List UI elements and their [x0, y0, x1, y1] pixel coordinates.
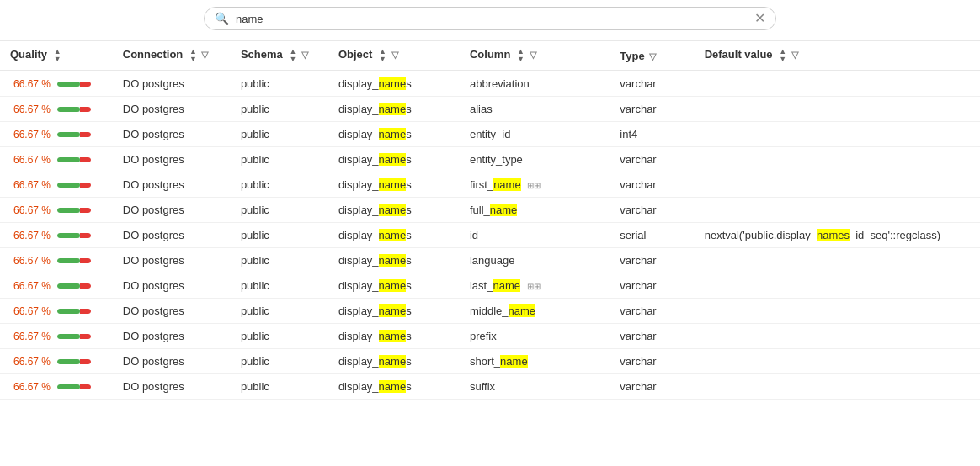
- quality-sort-icon[interactable]: ▲ ▼: [54, 48, 61, 63]
- quality-label: 66.67 %: [10, 331, 51, 342]
- connection-filter-icon[interactable]: ▽: [201, 50, 208, 60]
- default-value-cell: [695, 374, 980, 400]
- col-header-object[interactable]: Object ▲ ▼ ▽: [328, 41, 460, 71]
- type-cell: varchar: [610, 374, 694, 400]
- default-value-cell: [695, 273, 980, 299]
- object-highlight: name: [379, 279, 407, 292]
- column-tag-icon: ⊞⊞: [527, 282, 541, 291]
- connection-cell: DO postgres: [113, 349, 231, 374]
- object-filter-icon[interactable]: ▽: [391, 50, 398, 60]
- object-cell[interactable]: display_names: [328, 273, 460, 299]
- column-highlight: name: [490, 204, 518, 216]
- quality-cell: 66.67 %: [0, 349, 113, 374]
- object-cell[interactable]: display_names: [328, 349, 460, 374]
- type-cell: varchar: [610, 349, 694, 374]
- type-cell: varchar: [610, 299, 694, 324]
- object-cell[interactable]: display_names: [328, 299, 460, 324]
- quality-bar: [57, 183, 91, 188]
- column-cell[interactable]: last_name ⊞⊞: [460, 273, 610, 299]
- connection-sort-icon[interactable]: ▲ ▼: [189, 48, 197, 63]
- quality-cell: 66.67 %: [0, 147, 113, 172]
- schema-cell: public: [231, 248, 328, 273]
- quality-label: 66.67 %: [10, 78, 51, 90]
- quality-bar: [57, 283, 91, 289]
- col-header-schema[interactable]: Schema ▲ ▼ ▽: [231, 41, 328, 71]
- object-highlight: name: [379, 178, 407, 191]
- quality-bar: [57, 384, 91, 389]
- table-row: 66.67 % DO postgrespublicdisplay_namesen…: [0, 147, 980, 172]
- quality-label: 66.67 %: [10, 356, 51, 368]
- close-icon[interactable]: ✕: [754, 12, 765, 25]
- quality-bar: [57, 107, 91, 112]
- quality-bar: [57, 157, 91, 162]
- table-row: 66.67 % DO postgrespublicdisplay_namesfi…: [0, 172, 980, 198]
- column-highlight: name: [500, 355, 528, 368]
- quality-bar: [57, 258, 91, 263]
- quality-label: 66.67 %: [10, 255, 51, 267]
- quality-cell: 66.67 %: [0, 324, 113, 349]
- object-cell[interactable]: display_names: [328, 324, 460, 349]
- column-cell[interactable]: language: [460, 248, 610, 273]
- object-cell[interactable]: display_names: [328, 198, 460, 223]
- object-cell[interactable]: display_names: [328, 97, 460, 122]
- col-header-connection[interactable]: Connection ▲ ▼ ▽: [113, 41, 231, 71]
- schema-filter-icon[interactable]: ▽: [301, 50, 308, 60]
- column-cell[interactable]: middle_name: [460, 299, 610, 324]
- object-highlight: name: [379, 229, 407, 241]
- column-cell[interactable]: suffix: [460, 374, 610, 400]
- object-cell[interactable]: display_names: [328, 147, 460, 172]
- type-cell: varchar: [610, 147, 694, 172]
- quality-cell: 66.67 %: [0, 122, 113, 147]
- search-input[interactable]: [236, 13, 748, 25]
- column-cell[interactable]: entity_type: [460, 147, 610, 172]
- col-header-quality[interactable]: Quality ▲ ▼: [0, 41, 113, 71]
- column-cell[interactable]: short_name: [460, 349, 610, 374]
- object-cell[interactable]: display_names: [328, 172, 460, 198]
- object-highlight: name: [379, 254, 407, 267]
- type-filter-icon[interactable]: ▽: [649, 51, 656, 61]
- schema-cell: public: [231, 223, 328, 248]
- quality-label: 66.67 %: [10, 204, 51, 216]
- col-header-default-value[interactable]: Default value ▲ ▼ ▽: [695, 41, 980, 71]
- quality-bar: [57, 334, 91, 339]
- default-sort-icon[interactable]: ▲ ▼: [779, 48, 786, 63]
- object-cell[interactable]: display_names: [328, 122, 460, 147]
- schema-cell: public: [231, 299, 328, 324]
- table-row: 66.67 % DO postgrespublicdisplay_namessh…: [0, 349, 980, 374]
- col-header-type[interactable]: Type ▽: [610, 41, 694, 71]
- schema-cell: public: [231, 349, 328, 374]
- quality-cell: 66.67 %: [0, 71, 113, 97]
- table-row: 66.67 % DO postgrespublicdisplay_namesla…: [0, 248, 980, 273]
- type-cell: serial: [610, 223, 694, 248]
- table-row: 66.67 % DO postgrespublicdisplay_namessu…: [0, 374, 980, 400]
- object-highlight: name: [379, 355, 407, 368]
- connection-cell: DO postgres: [113, 273, 231, 299]
- connection-cell: DO postgres: [113, 223, 231, 248]
- table-row: 66.67 % DO postgrespublicdisplay_namespr…: [0, 324, 980, 349]
- object-cell[interactable]: display_names: [328, 71, 460, 97]
- col-header-column[interactable]: Column ▲ ▼ ▽: [460, 41, 610, 71]
- column-cell[interactable]: abbreviation: [460, 71, 610, 97]
- object-cell[interactable]: display_names: [328, 223, 460, 248]
- table-row: 66.67 % DO postgrespublicdisplay_namesid…: [0, 223, 980, 248]
- object-highlight: name: [379, 128, 407, 140]
- default-value-cell: [695, 147, 980, 172]
- column-cell[interactable]: alias: [460, 97, 610, 122]
- schema-cell: public: [231, 273, 328, 299]
- column-cell[interactable]: id: [460, 223, 610, 248]
- column-filter-icon[interactable]: ▽: [530, 50, 536, 60]
- column-sort-icon[interactable]: ▲ ▼: [517, 48, 525, 63]
- quality-label: 66.67 %: [10, 103, 51, 115]
- column-cell[interactable]: entity_id: [460, 122, 610, 147]
- column-highlight: name: [509, 304, 536, 317]
- quality-bar: [57, 132, 91, 137]
- column-cell[interactable]: full_name: [460, 198, 610, 223]
- schema-sort-icon[interactable]: ▲ ▼: [289, 48, 296, 63]
- default-filter-icon[interactable]: ▽: [791, 50, 798, 60]
- object-cell[interactable]: display_names: [328, 374, 460, 400]
- column-cell[interactable]: prefix: [460, 324, 610, 349]
- default-value-cell: nextval('public.display_names_id_seq'::r…: [695, 223, 980, 248]
- object-cell[interactable]: display_names: [328, 248, 460, 273]
- object-sort-icon[interactable]: ▲ ▼: [379, 48, 386, 63]
- column-cell[interactable]: first_name ⊞⊞: [460, 172, 610, 198]
